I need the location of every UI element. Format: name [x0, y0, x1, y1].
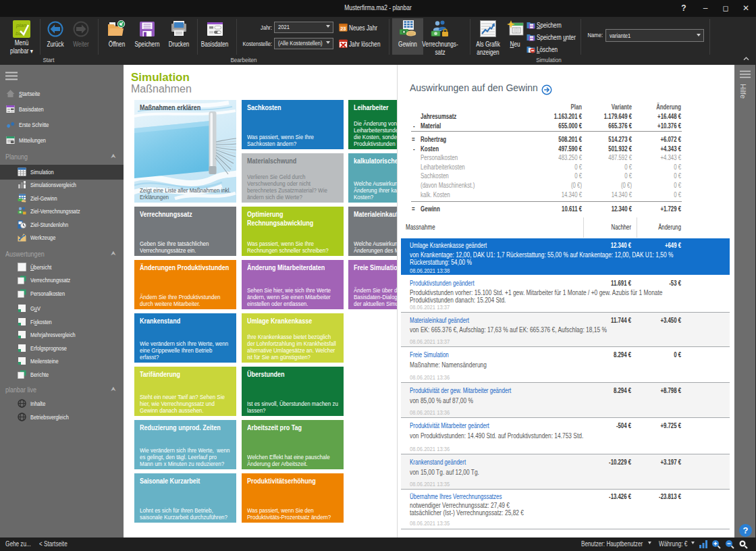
svg-text:plan: plan [16, 22, 27, 28]
svg-text:23: 23 [340, 26, 346, 32]
